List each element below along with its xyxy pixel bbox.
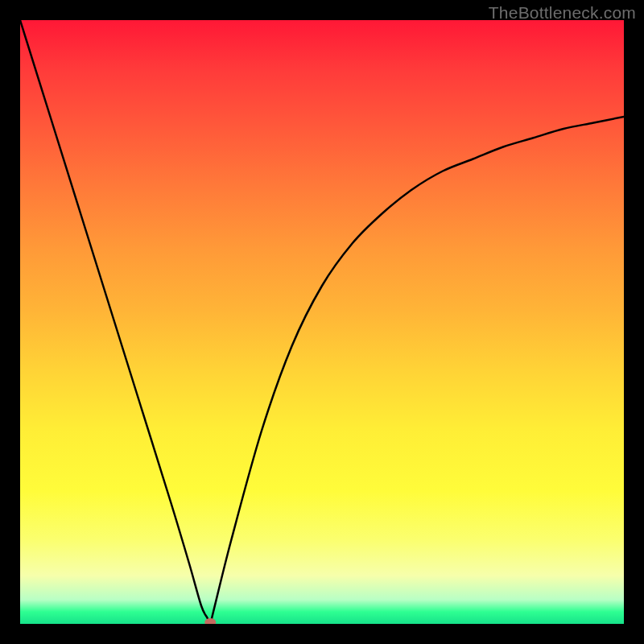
chart-frame: TheBottleneck.com (0, 0, 644, 644)
bottleneck-curve (20, 20, 624, 624)
curve-layer (20, 20, 624, 624)
minimum-marker (204, 618, 216, 624)
watermark-text: TheBottleneck.com (489, 3, 636, 23)
plot-area (20, 20, 624, 624)
